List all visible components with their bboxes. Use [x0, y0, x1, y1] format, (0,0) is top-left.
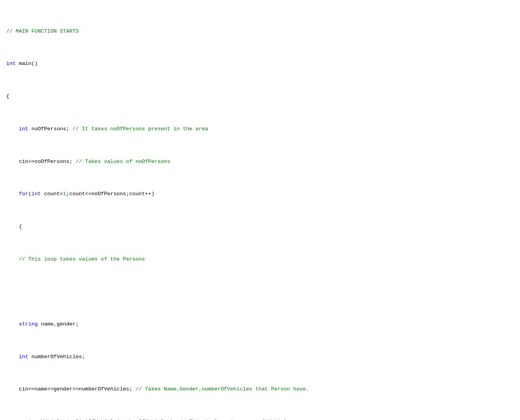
code-line: // MAIN FUNCTION STARTS	[6, 28, 514, 36]
code-line: int noOfPersons; // It takes noOfPersons…	[6, 125, 514, 133]
code-line: cin>>name>>gender>>numberOfVehicles; // …	[6, 385, 514, 394]
code-comment: // MAIN FUNCTION STARTS	[6, 28, 79, 34]
code-line: for(int count=1;count<=noOfPersons;count…	[6, 190, 514, 198]
code-line: string name,gender;	[6, 320, 514, 329]
code-line	[6, 288, 514, 296]
code-line: {	[6, 223, 514, 231]
code-line: cin>>noOfPersons; // Takes values of noO…	[6, 158, 514, 166]
code-container: // MAIN FUNCTION STARTS int main() { int…	[0, 0, 520, 420]
code-line: // This loop takes values of the Persons	[6, 256, 514, 264]
code-line: int main()	[6, 60, 514, 68]
code-line: {	[6, 93, 514, 101]
code-keyword: int	[6, 61, 16, 66]
code-line: vector<Vehicle *> listOfVehicle(numberOf…	[6, 418, 514, 420]
code-line: int numberOfVehicles;	[6, 353, 514, 361]
